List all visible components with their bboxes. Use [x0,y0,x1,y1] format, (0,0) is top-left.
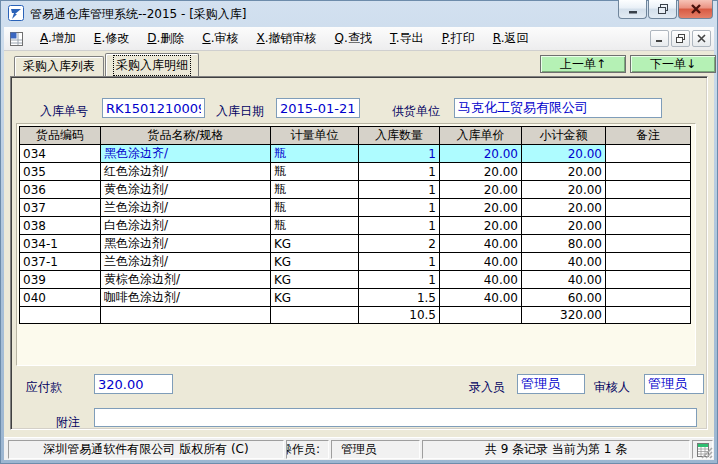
grid-cell[interactable]: 红色涂边剂/ [101,163,271,181]
grid-cell[interactable]: 1.5 [359,289,440,307]
menu-item-T[interactable]: T.导出 [381,27,433,50]
grid-cell[interactable]: 瓶 [271,145,359,163]
grid-cell[interactable]: 20.00 [440,163,522,181]
grid-cell[interactable]: 2 [359,235,440,253]
grid-cell[interactable]: 1 [359,199,440,217]
grid-cell[interactable]: 035 [20,163,101,181]
grid-cell[interactable]: 瓶 [271,163,359,181]
grid-cell[interactable]: 037 [20,199,101,217]
table-row[interactable]: 035红色涂边剂/瓶120.0020.00 [20,163,691,181]
grid-cell[interactable]: 1 [359,253,440,271]
grid-cell[interactable]: 白色涂边剂/ [101,217,271,235]
grid-cell[interactable]: 黄棕色涂边剂/ [101,271,271,289]
mdi-restore-button[interactable] [671,30,690,47]
grid-cell[interactable]: 80.00 [522,235,606,253]
menu-item-R[interactable]: R.返回 [484,27,538,50]
resize-grip[interactable] [699,445,713,459]
grid-cell[interactable]: 1 [359,271,440,289]
menu-item-C[interactable]: C.审核 [193,27,247,50]
tab-purchase-inbound-detail[interactable]: 采购入库明细 [105,53,199,76]
next-order-button[interactable]: 下一单↓ [630,55,716,73]
title-bar[interactable]: 管易通仓库管理系统--2015 - [采购入库] [0,0,718,27]
grid-cell[interactable]: 034-1 [20,235,101,253]
grid-cell[interactable]: 兰色涂边剂/ [101,253,271,271]
grid-cell[interactable]: 黑色涂边齐/ [101,145,271,163]
grid-cell[interactable]: 60.00 [522,289,606,307]
table-row[interactable]: 036黄色涂边剂/瓶120.0020.00 [20,181,691,199]
grid-cell[interactable]: 黑色涂边剂/ [101,235,271,253]
grid-cell[interactable]: 兰色涂边剂/ [101,199,271,217]
grid-cell[interactable]: KG [271,271,359,289]
entry-by-field[interactable] [517,374,585,394]
grid-cell[interactable]: 20.00 [522,145,606,163]
table-row[interactable]: 034-1黑色涂边剂/KG240.0080.00 [20,235,691,253]
grid-cell[interactable]: 20.00 [522,199,606,217]
inbound-date-field[interactable] [276,98,360,118]
grid-cell[interactable]: 黄色涂边剂/ [101,181,271,199]
table-row[interactable]: 037-1兰色涂边剂/KG140.0040.00 [20,253,691,271]
grid-cell[interactable]: 40.00 [440,271,522,289]
grid-cell[interactable]: 20.00 [522,181,606,199]
close-button[interactable] [678,0,713,19]
grid-cell[interactable] [606,163,691,181]
grid-cell[interactable]: 1 [359,181,440,199]
tab-purchase-inbound-list[interactable]: 采购入库列表 [14,56,104,76]
grid-cell[interactable] [606,145,691,163]
table-row[interactable]: 040咖啡色涂边剂/KG1.540.0060.00 [20,289,691,307]
grid-cell[interactable]: 40.00 [522,271,606,289]
auditor-field[interactable] [644,374,704,394]
order-no-field[interactable] [102,98,205,118]
grid-cell[interactable]: KG [271,235,359,253]
grid-cell[interactable] [606,289,691,307]
grid-cell[interactable] [606,253,691,271]
restore-button[interactable] [648,0,677,19]
grid-cell[interactable]: 40.00 [522,253,606,271]
mdi-minimize-button[interactable] [650,30,669,47]
grid-cell[interactable]: 40.00 [440,253,522,271]
grid-cell[interactable]: 038 [20,217,101,235]
table-row[interactable]: 038白色涂边剂/瓶120.0020.00 [20,217,691,235]
grid-cell[interactable]: 瓶 [271,181,359,199]
grid-cell[interactable]: 1 [359,145,440,163]
table-row[interactable]: 037兰色涂边剂/瓶120.0020.00 [20,199,691,217]
grid-cell[interactable]: 20.00 [440,145,522,163]
grid-cell[interactable]: 20.00 [440,217,522,235]
grid-cell[interactable]: 40.00 [440,235,522,253]
supplier-field[interactable] [454,98,662,118]
grid-cell[interactable] [606,235,691,253]
grid-cell[interactable]: 034 [20,145,101,163]
grid-cell[interactable] [606,271,691,289]
grid-cell[interactable]: 20.00 [522,163,606,181]
grid-cell[interactable]: 20.00 [522,217,606,235]
grid-cell[interactable] [606,181,691,199]
menu-item-A[interactable]: A.增加 [31,27,85,50]
grid-cell[interactable]: 037-1 [20,253,101,271]
table-row[interactable]: 034黑色涂边齐/瓶120.0020.00 [20,145,691,163]
menu-item-D[interactable]: D.删除 [138,27,193,50]
note-field[interactable] [94,408,697,427]
grid-cell[interactable]: KG [271,289,359,307]
grid-cell[interactable] [606,217,691,235]
grid-cell[interactable] [606,199,691,217]
grid-cell[interactable]: 036 [20,181,101,199]
mdi-close-button[interactable] [692,30,711,47]
grid-cell[interactable]: 瓶 [271,217,359,235]
grid-cell[interactable]: 40.00 [440,289,522,307]
menu-item-E[interactable]: E.修改 [85,27,138,50]
grid-cell[interactable]: 20.00 [440,181,522,199]
grid-cell[interactable]: 1 [359,217,440,235]
previous-order-button[interactable]: 上一单↑ [540,55,626,73]
menu-item-X[interactable]: X.撤销审核 [248,27,326,50]
payable-field[interactable] [94,374,173,394]
grid-cell[interactable]: KG [271,253,359,271]
table-row[interactable]: 039黄棕色涂边剂/KG140.0040.00 [20,271,691,289]
grid-cell[interactable]: 040 [20,289,101,307]
menu-item-P[interactable]: P.打印 [433,27,484,50]
minimize-button[interactable] [618,0,647,19]
grid-cell[interactable]: 咖啡色涂边剂/ [101,289,271,307]
grid-cell[interactable]: 20.00 [440,199,522,217]
menu-item-Q[interactable]: Q.查找 [326,27,381,50]
grid-cell[interactable]: 瓶 [271,199,359,217]
grid-cell[interactable]: 039 [20,271,101,289]
grid-cell[interactable]: 1 [359,163,440,181]
